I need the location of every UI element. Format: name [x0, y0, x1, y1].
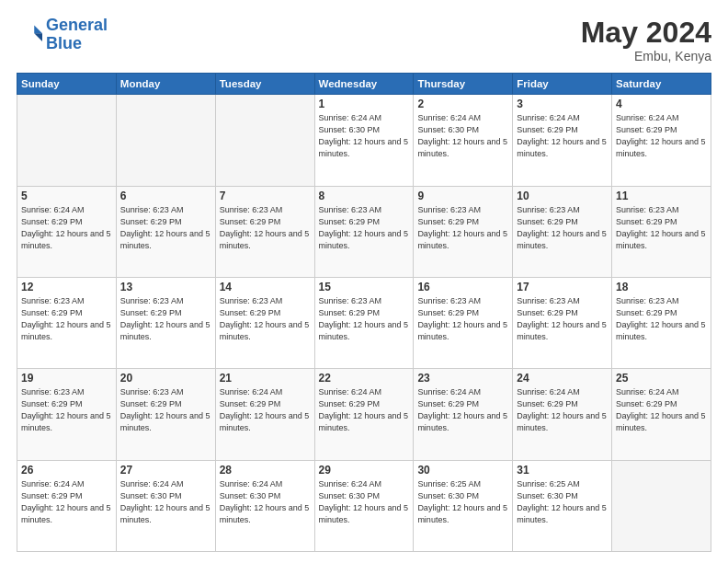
calendar-cell: 24Sunrise: 6:24 AMSunset: 6:29 PMDayligh…: [513, 369, 612, 460]
calendar-cell: 18Sunrise: 6:23 AMSunset: 6:29 PMDayligh…: [612, 277, 711, 368]
day-info: Sunrise: 6:23 AMSunset: 6:29 PMDaylight:…: [220, 295, 311, 343]
svg-marker-0: [34, 25, 42, 33]
calendar-cell: 28Sunrise: 6:24 AMSunset: 6:30 PMDayligh…: [215, 460, 314, 551]
week-row-1: 1Sunrise: 6:24 AMSunset: 6:30 PMDaylight…: [17, 95, 711, 186]
logo-text: General Blue: [46, 17, 108, 53]
day-info: Sunrise: 6:25 AMSunset: 6:30 PMDaylight:…: [417, 478, 508, 526]
weekday-header-thursday: Thursday: [414, 74, 513, 95]
day-info: Sunrise: 6:24 AMSunset: 6:29 PMDaylight:…: [616, 386, 707, 434]
day-number: 30: [417, 464, 508, 477]
day-number: 12: [21, 281, 112, 293]
week-row-3: 12Sunrise: 6:23 AMSunset: 6:29 PMDayligh…: [17, 277, 711, 368]
calendar-cell: 4Sunrise: 6:24 AMSunset: 6:29 PMDaylight…: [612, 95, 711, 186]
week-row-5: 26Sunrise: 6:24 AMSunset: 6:29 PMDayligh…: [17, 460, 711, 551]
calendar-cell: 6Sunrise: 6:23 AMSunset: 6:29 PMDaylight…: [116, 186, 215, 277]
calendar-cell: 11Sunrise: 6:23 AMSunset: 6:29 PMDayligh…: [612, 186, 711, 277]
header: General Blue May 2024 Embu, Kenya: [17, 17, 711, 63]
day-number: 24: [517, 372, 608, 385]
weekday-header-wednesday: Wednesday: [314, 74, 414, 95]
calendar-cell: 17Sunrise: 6:23 AMSunset: 6:29 PMDayligh…: [513, 277, 612, 368]
calendar-cell: 23Sunrise: 6:24 AMSunset: 6:29 PMDayligh…: [414, 369, 513, 460]
day-number: 6: [120, 190, 211, 202]
day-number: 22: [319, 372, 410, 385]
weekday-header-sunday: Sunday: [17, 74, 117, 95]
calendar-cell: 22Sunrise: 6:24 AMSunset: 6:29 PMDayligh…: [314, 369, 414, 460]
day-number: 1: [319, 98, 410, 110]
calendar-cell: 9Sunrise: 6:23 AMSunset: 6:29 PMDaylight…: [414, 186, 513, 277]
day-number: 15: [319, 281, 410, 293]
weekday-header-saturday: Saturday: [612, 74, 711, 95]
calendar-cell: 10Sunrise: 6:23 AMSunset: 6:29 PMDayligh…: [513, 186, 612, 277]
calendar-cell: 3Sunrise: 6:24 AMSunset: 6:29 PMDaylight…: [513, 95, 612, 186]
calendar-cell: 16Sunrise: 6:23 AMSunset: 6:29 PMDayligh…: [414, 277, 513, 368]
calendar-cell: [215, 95, 314, 186]
day-number: 19: [21, 372, 112, 385]
day-info: Sunrise: 6:24 AMSunset: 6:30 PMDaylight:…: [417, 112, 508, 160]
day-info: Sunrise: 6:23 AMSunset: 6:29 PMDaylight:…: [120, 204, 211, 252]
calendar-cell: 13Sunrise: 6:23 AMSunset: 6:29 PMDayligh…: [116, 277, 215, 368]
calendar-cell: [17, 95, 117, 186]
calendar-cell: 2Sunrise: 6:24 AMSunset: 6:30 PMDaylight…: [414, 95, 513, 186]
day-info: Sunrise: 6:23 AMSunset: 6:29 PMDaylight:…: [120, 295, 211, 343]
calendar-cell: [612, 460, 711, 551]
day-number: 25: [616, 372, 707, 385]
day-number: 11: [616, 190, 707, 202]
calendar-cell: 5Sunrise: 6:24 AMSunset: 6:29 PMDaylight…: [17, 186, 117, 277]
day-info: Sunrise: 6:23 AMSunset: 6:29 PMDaylight:…: [120, 386, 211, 434]
calendar-cell: 8Sunrise: 6:23 AMSunset: 6:29 PMDaylight…: [314, 186, 414, 277]
day-info: Sunrise: 6:24 AMSunset: 6:29 PMDaylight:…: [220, 386, 311, 434]
calendar-cell: 14Sunrise: 6:23 AMSunset: 6:29 PMDayligh…: [215, 277, 314, 368]
day-info: Sunrise: 6:24 AMSunset: 6:29 PMDaylight:…: [319, 386, 410, 434]
week-row-4: 19Sunrise: 6:23 AMSunset: 6:29 PMDayligh…: [17, 369, 711, 460]
location: Embu, Kenya: [581, 49, 711, 63]
calendar-cell: [116, 95, 215, 186]
day-number: 20: [120, 372, 211, 385]
weekday-header-row: SundayMondayTuesdayWednesdayThursdayFrid…: [17, 74, 711, 95]
day-number: 13: [120, 281, 211, 293]
calendar-cell: 1Sunrise: 6:24 AMSunset: 6:30 PMDaylight…: [314, 95, 414, 186]
day-info: Sunrise: 6:23 AMSunset: 6:29 PMDaylight:…: [417, 204, 508, 252]
day-info: Sunrise: 6:24 AMSunset: 6:30 PMDaylight:…: [319, 478, 410, 526]
day-info: Sunrise: 6:24 AMSunset: 6:29 PMDaylight:…: [21, 478, 112, 526]
calendar-cell: 7Sunrise: 6:23 AMSunset: 6:29 PMDaylight…: [215, 186, 314, 277]
day-info: Sunrise: 6:24 AMSunset: 6:30 PMDaylight:…: [120, 478, 211, 526]
calendar-cell: 29Sunrise: 6:24 AMSunset: 6:30 PMDayligh…: [314, 460, 414, 551]
day-info: Sunrise: 6:24 AMSunset: 6:29 PMDaylight:…: [616, 112, 707, 160]
page: General Blue May 2024 Embu, Kenya Sunday…: [0, 0, 728, 563]
day-number: 8: [319, 190, 410, 202]
day-info: Sunrise: 6:24 AMSunset: 6:29 PMDaylight:…: [517, 112, 608, 160]
calendar-cell: 26Sunrise: 6:24 AMSunset: 6:29 PMDayligh…: [17, 460, 117, 551]
calendar-cell: 30Sunrise: 6:25 AMSunset: 6:30 PMDayligh…: [414, 460, 513, 551]
weekday-header-friday: Friday: [513, 74, 612, 95]
weekday-header-tuesday: Tuesday: [215, 74, 314, 95]
calendar-cell: 15Sunrise: 6:23 AMSunset: 6:29 PMDayligh…: [314, 277, 414, 368]
calendar-cell: 31Sunrise: 6:25 AMSunset: 6:30 PMDayligh…: [513, 460, 612, 551]
day-number: 28: [220, 464, 311, 477]
day-info: Sunrise: 6:23 AMSunset: 6:29 PMDaylight:…: [220, 204, 311, 252]
logo-icon: [17, 22, 42, 48]
calendar-cell: 21Sunrise: 6:24 AMSunset: 6:29 PMDayligh…: [215, 369, 314, 460]
day-info: Sunrise: 6:24 AMSunset: 6:30 PMDaylight:…: [319, 112, 410, 160]
day-number: 31: [517, 464, 608, 477]
day-number: 4: [616, 98, 707, 110]
day-info: Sunrise: 6:23 AMSunset: 6:29 PMDaylight:…: [517, 204, 608, 252]
calendar-cell: 12Sunrise: 6:23 AMSunset: 6:29 PMDayligh…: [17, 277, 117, 368]
week-row-2: 5Sunrise: 6:24 AMSunset: 6:29 PMDaylight…: [17, 186, 711, 277]
month-year: May 2024: [581, 17, 711, 49]
calendar-cell: 25Sunrise: 6:24 AMSunset: 6:29 PMDayligh…: [612, 369, 711, 460]
day-number: 29: [319, 464, 410, 477]
calendar-cell: 27Sunrise: 6:24 AMSunset: 6:30 PMDayligh…: [116, 460, 215, 551]
day-number: 17: [517, 281, 608, 293]
day-info: Sunrise: 6:24 AMSunset: 6:30 PMDaylight:…: [220, 478, 311, 526]
day-number: 3: [517, 98, 608, 110]
logo-line2: Blue: [46, 34, 82, 52]
day-info: Sunrise: 6:25 AMSunset: 6:30 PMDaylight:…: [517, 478, 608, 526]
day-number: 10: [517, 190, 608, 202]
day-number: 2: [417, 98, 508, 110]
day-info: Sunrise: 6:23 AMSunset: 6:29 PMDaylight:…: [319, 204, 410, 252]
logo-line1: General: [46, 16, 108, 34]
calendar-cell: 19Sunrise: 6:23 AMSunset: 6:29 PMDayligh…: [17, 369, 117, 460]
logo: General Blue: [17, 17, 108, 53]
day-info: Sunrise: 6:23 AMSunset: 6:29 PMDaylight:…: [616, 204, 707, 252]
day-info: Sunrise: 6:24 AMSunset: 6:29 PMDaylight:…: [417, 386, 508, 434]
